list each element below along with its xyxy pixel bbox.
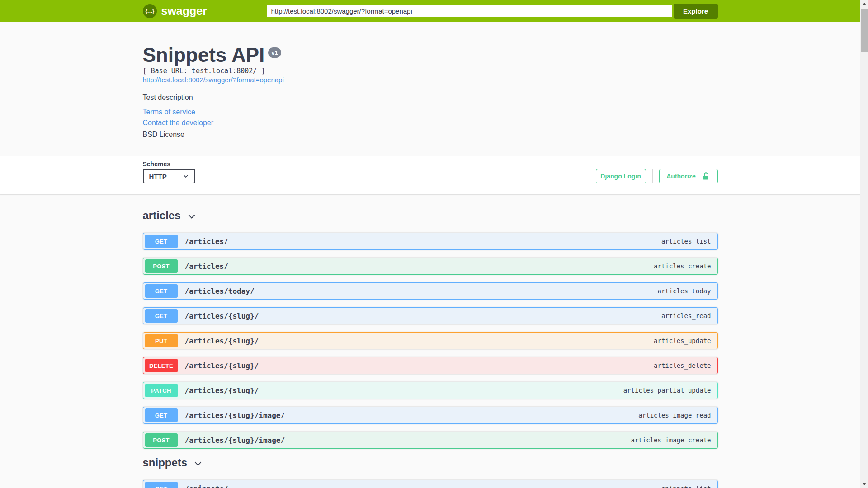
operation-id: snippets_list — [661, 485, 711, 488]
operation-id: articles_delete — [654, 362, 711, 369]
version-badge: v1 — [268, 47, 281, 58]
operation-path: /articles/today/ — [185, 287, 255, 296]
operation-path: /articles/ — [185, 237, 228, 246]
scrollbar-thumb[interactable] — [861, 9, 868, 52]
operation-id: articles_list — [661, 238, 711, 245]
opblock-articles_list[interactable]: GET/articles/articles_list — [143, 233, 718, 250]
explore-button[interactable]: Explore — [674, 4, 718, 19]
method-badge: GET — [145, 284, 178, 298]
method-badge: POST — [145, 259, 178, 273]
scroll-down-icon — [863, 483, 866, 485]
scrollbar[interactable] — [860, 0, 868, 488]
api-description: Test description — [143, 93, 718, 102]
auth-wrapper: Django Login Authorize — [596, 169, 718, 183]
scroll-up-button[interactable] — [860, 0, 868, 8]
base-url: [ Base URL: test.local:8002/ ] — [143, 67, 718, 75]
operation-id: articles_today — [657, 287, 711, 295]
method-badge: PATCH — [145, 384, 178, 397]
operation-id: articles_image_create — [631, 436, 711, 444]
method-badge: POST — [145, 433, 178, 447]
tag-header-articles[interactable]: articles — [143, 209, 718, 227]
spec-link[interactable]: http://test.local:8002/swagger/?format=o… — [143, 75, 284, 84]
chevron-down-icon — [187, 212, 196, 221]
operation-id: articles_partial_update — [623, 387, 711, 394]
method-badge: GET — [145, 482, 178, 488]
scheme-container: Schemes HTTP Django Login Authorize — [0, 156, 860, 194]
operation-id: articles_update — [654, 337, 711, 344]
chevron-down-icon — [193, 459, 203, 468]
operation-path: /articles/{slug}/image/ — [185, 411, 285, 420]
scheme-select[interactable]: HTTP — [143, 169, 195, 183]
opblock-articles_partial_update[interactable]: PATCH/articles/{slug}/articles_partial_u… — [143, 382, 718, 399]
chevron-down-icon — [183, 173, 189, 179]
method-badge: GET — [145, 408, 178, 422]
operation-path: /snippets/ — [185, 484, 228, 488]
contact-developer-link[interactable]: Contact the developer — [143, 118, 718, 127]
topbar: {…} swagger Explore — [0, 0, 860, 22]
unlock-icon — [701, 172, 710, 181]
swagger-logo-icon: {…} — [143, 4, 157, 18]
scheme-selected-value: HTTP — [149, 173, 167, 180]
schemes-block: Schemes HTTP — [143, 160, 195, 183]
api-title-text: Snippets API — [143, 44, 265, 66]
method-badge: GET — [145, 309, 178, 323]
tag-section-snippets: snippetsGET/snippets/snippets_list — [143, 456, 718, 488]
opblock-articles_today[interactable]: GET/articles/today/articles_today — [143, 282, 718, 300]
operation-id: articles_image_read — [638, 412, 711, 419]
authorize-button[interactable]: Authorize — [659, 169, 718, 183]
operation-id: articles_create — [654, 263, 711, 270]
swagger-logo: {…} swagger — [143, 4, 207, 18]
opblock-articles_image_read[interactable]: GET/articles/{slug}/image/articles_image… — [143, 407, 718, 424]
scroll-down-button[interactable] — [860, 480, 868, 488]
opblock-articles_delete[interactable]: DELETE/articles/{slug}/articles_delete — [143, 357, 718, 374]
info-section: Snippets APIv1 [ Base URL: test.local:80… — [0, 22, 860, 156]
schemes-label: Schemes — [143, 160, 195, 168]
api-title: Snippets APIv1 — [143, 45, 718, 65]
operation-path: /articles/{slug}/ — [185, 361, 259, 370]
download-url-form: Explore — [267, 4, 718, 19]
operation-id: articles_read — [661, 312, 711, 319]
brand-name: swagger — [161, 5, 207, 18]
operations-list: articlesGET/articles/articles_listPOST/a… — [143, 209, 718, 488]
page: {…} swagger Explore Snippets APIv1 [ Bas… — [0, 0, 860, 488]
license-text: BSD License — [143, 130, 718, 139]
authorize-label: Authorize — [666, 173, 696, 180]
terms-of-service-link[interactable]: Terms of service — [143, 108, 718, 116]
operation-path: /articles/{slug}/image/ — [185, 436, 285, 445]
tag-title: articles — [143, 209, 181, 222]
scroll-up-icon — [863, 3, 866, 5]
tag-title: snippets — [143, 456, 188, 469]
opblock-articles_update[interactable]: PUT/articles/{slug}/articles_update — [143, 332, 718, 349]
operation-path: /articles/{slug}/ — [185, 337, 259, 345]
method-badge: DELETE — [145, 359, 178, 372]
spec-url-input[interactable] — [267, 5, 672, 17]
opblock-articles_read[interactable]: GET/articles/{slug}/articles_read — [143, 307, 718, 324]
method-badge: GET — [145, 235, 178, 248]
opblock-articles_image_create[interactable]: POST/articles/{slug}/image/articles_imag… — [143, 432, 718, 449]
operation-path: /articles/{slug}/ — [185, 312, 259, 320]
tag-section-articles: articlesGET/articles/articles_listPOST/a… — [143, 209, 718, 449]
opblock-snippets_list[interactable]: GET/snippets/snippets_list — [143, 480, 718, 488]
django-login-button[interactable]: Django Login — [596, 169, 646, 183]
tag-header-snippets[interactable]: snippets — [143, 456, 718, 474]
operation-path: /articles/ — [185, 262, 228, 271]
auth-divider — [652, 169, 653, 183]
method-badge: PUT — [145, 334, 178, 347]
opblock-articles_create[interactable]: POST/articles/articles_create — [143, 258, 718, 275]
operation-path: /articles/{slug}/ — [185, 386, 259, 395]
